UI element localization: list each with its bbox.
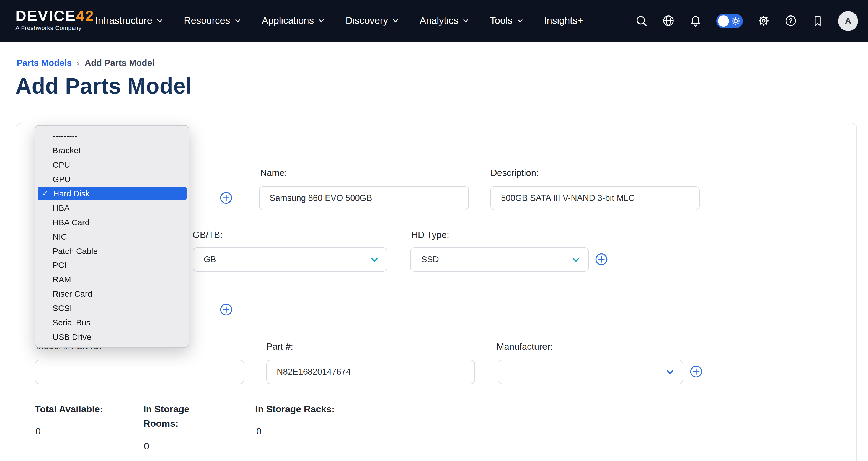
plus-circle-icon (690, 365, 703, 378)
nav-item-label: Tools (490, 15, 513, 27)
avatar[interactable]: A (838, 11, 858, 31)
dropdown-option[interactable]: Patch Cable (38, 244, 187, 258)
dropdown-option[interactable]: Bracket (38, 143, 187, 158)
plus-circle-icon (595, 253, 608, 266)
nav-item-insights-plus[interactable]: Insights+ (544, 15, 583, 27)
dropdown-option[interactable]: GPU (38, 172, 187, 186)
in-storage-rooms-label: In Storage Rooms: (144, 402, 206, 431)
gbtb-select-value: GB (204, 254, 216, 265)
nav-item-label: Insights+ (544, 15, 583, 27)
dropdown-option[interactable]: --------- (38, 129, 187, 143)
dropdown-option[interactable]: Riser Card (38, 287, 187, 301)
in-storage-racks-value: 0 (256, 426, 261, 437)
hd-type-select-value: SSD (421, 254, 439, 265)
device42-logo[interactable]: DEVICE42 A Freshworks Company (16, 8, 94, 31)
chevron-down-icon (517, 18, 523, 24)
chevron-down-icon (665, 367, 675, 377)
chevron-down-icon (157, 18, 163, 24)
name-input[interactable] (259, 186, 469, 210)
add-type-button[interactable] (220, 191, 232, 204)
chevron-down-icon (370, 255, 379, 264)
total-available-value: 0 (35, 426, 41, 437)
screenshot-viewport: DEVICE42 A Freshworks Company Infrastruc… (0, 0, 868, 461)
nav-item-applications[interactable]: Applications (262, 15, 325, 27)
nav-item-label: Infrastructure (95, 15, 152, 27)
dropdown-option-selected[interactable]: ✓ Hard Disk (38, 186, 187, 201)
nav-item-label: Applications (262, 15, 314, 27)
sun-icon (731, 16, 741, 26)
nav-item-infrastructure[interactable]: Infrastructure (95, 15, 163, 27)
dropdown-option[interactable]: Serial Bus (38, 315, 187, 330)
gbtb-select[interactable]: GB (193, 247, 388, 272)
hd-type-select[interactable]: SSD (410, 247, 589, 272)
dropdown-option[interactable]: PCI (38, 258, 187, 272)
part-number-label: Part #: (266, 341, 293, 352)
name-label: Name: (260, 168, 287, 178)
nav-item-resources[interactable]: Resources (184, 15, 241, 27)
nav-item-label: Analytics (420, 15, 458, 27)
nav-links: Infrastructure Resources Applications Di… (95, 0, 583, 41)
in-storage-rooms-value: 0 (144, 441, 149, 452)
bookmark-icon[interactable] (811, 15, 824, 27)
logo-wordmark: DEVICE42 (16, 8, 94, 24)
dropdown-option[interactable]: CPU (38, 158, 187, 172)
description-input[interactable] (491, 186, 700, 210)
dropdown-option[interactable]: NIC (38, 229, 187, 244)
search-icon[interactable] (635, 14, 648, 27)
theme-toggle[interactable] (716, 13, 743, 28)
breadcrumb-current: Add Parts Model (85, 58, 154, 68)
chevron-down-icon (393, 18, 399, 24)
logo-tagline: A Freshworks Company (16, 24, 94, 31)
nav-utilities: ? A (635, 0, 858, 41)
check-icon: ✓ (42, 189, 50, 197)
dropdown-option[interactable]: RAM (38, 272, 187, 287)
logo-device-text: DEVICE (16, 8, 76, 24)
breadcrumb-separator: › (77, 58, 80, 68)
help-icon[interactable]: ? (784, 14, 797, 27)
add-manufacturer-button[interactable] (690, 365, 703, 378)
dropdown-option[interactable]: HBA (38, 201, 187, 215)
dropdown-option-label: Hard Disk (53, 189, 90, 198)
plus-circle-icon (220, 191, 232, 204)
breadcrumb: Parts Models › Add Parts Model (17, 58, 154, 68)
page-title: Add Parts Model (16, 73, 192, 98)
breadcrumb-parts-models-link[interactable]: Parts Models (17, 58, 72, 68)
nav-item-label: Resources (184, 15, 230, 27)
chevron-down-icon (235, 18, 241, 24)
model-part-id-input[interactable] (35, 360, 244, 384)
type-dropdown-menu: --------- Bracket CPU GPU ✓ Hard Disk HB… (35, 125, 189, 348)
plus-circle-icon (220, 303, 232, 316)
nav-item-label: Discovery (345, 15, 388, 27)
dropdown-option[interactable]: USB Drive (38, 330, 187, 344)
chevron-down-icon (463, 18, 469, 24)
top-nav: DEVICE42 A Freshworks Company Infrastruc… (0, 0, 868, 41)
globe-icon[interactable] (662, 14, 675, 27)
dropdown-option[interactable]: HBA Card (38, 215, 187, 229)
part-number-input[interactable] (266, 360, 475, 384)
page: DEVICE42 A Freshworks Company Infrastruc… (0, 0, 868, 461)
toggle-knob (718, 15, 729, 26)
in-storage-racks-label: In Storage Racks: (255, 402, 335, 417)
add-hd-type-button[interactable] (595, 253, 608, 266)
manufacturer-label: Manufacturer: (497, 341, 553, 352)
gear-icon[interactable] (757, 14, 770, 27)
svg-text:?: ? (789, 17, 793, 24)
hd-type-label: HD Type: (411, 230, 449, 240)
nav-item-analytics[interactable]: Analytics (420, 15, 469, 27)
nav-item-discovery[interactable]: Discovery (345, 15, 399, 27)
description-label: Description: (491, 168, 538, 178)
manufacturer-select[interactable] (498, 360, 683, 384)
nav-item-tools[interactable]: Tools (490, 15, 523, 27)
gbtb-label: GB/TB: (193, 230, 222, 240)
dropdown-option[interactable]: SCSI (38, 301, 187, 315)
chevron-down-icon (318, 18, 324, 24)
avatar-letter: A (845, 16, 851, 26)
bell-icon[interactable] (689, 14, 702, 27)
chevron-down-icon (571, 255, 581, 264)
total-available-label: Total Available: (35, 402, 103, 417)
add-vendor-button[interactable] (220, 303, 232, 316)
logo-42-text: 42 (76, 8, 94, 24)
